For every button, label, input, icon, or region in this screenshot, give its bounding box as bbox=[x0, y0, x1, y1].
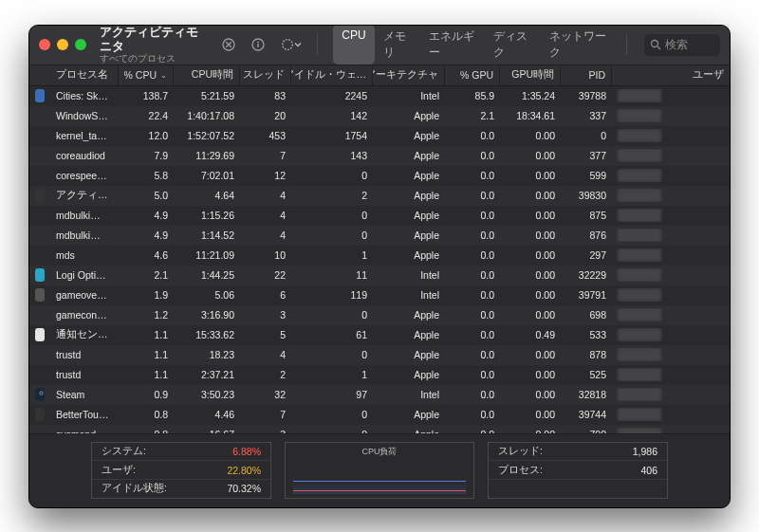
threads: 4 bbox=[240, 190, 291, 201]
user bbox=[612, 189, 730, 202]
threads: 20 bbox=[240, 110, 291, 121]
threads: 3 bbox=[240, 309, 291, 321]
table-row[interactable]: trustd1.118.2340Apple0.00.00878 bbox=[29, 345, 730, 365]
table-row[interactable]: mdbulki…4.91:14.5240Apple0.00.00876 bbox=[29, 226, 730, 246]
tab-network[interactable]: ネットワーク bbox=[541, 25, 615, 64]
gpu-percent: 0.0 bbox=[445, 369, 500, 380]
table-row[interactable]: Logi Opti…2.11:44.252211Intel0.00.003222… bbox=[29, 266, 730, 285]
gpu-time: 0.00 bbox=[500, 229, 561, 241]
table-row[interactable]: BetterTou…0.84.4670Apple0.00.0039744 bbox=[29, 405, 730, 425]
table-row[interactable]: gameove…1.95.066119Intel0.00.0039791 bbox=[29, 285, 730, 305]
table-row[interactable]: sysmond0.816.6730Apple0.00.00790 bbox=[29, 425, 730, 433]
tab-energy[interactable]: エネルギー bbox=[420, 25, 485, 64]
pid: 32229 bbox=[561, 269, 612, 281]
process-name: mdbulki… bbox=[50, 229, 119, 241]
architecture: Apple bbox=[373, 130, 445, 141]
gpu-time: 0.00 bbox=[500, 369, 561, 380]
stat-label: プロセス: bbox=[498, 464, 601, 477]
table-row[interactable]: kernel_ta…12.01:52:07.524531754Apple0.00… bbox=[29, 126, 730, 146]
svg-point-6 bbox=[283, 40, 293, 50]
architecture: Apple bbox=[373, 249, 445, 261]
cpu-load-graph-panel: CPU負荷 bbox=[285, 442, 474, 499]
column-process-name[interactable]: プロセス名 bbox=[50, 65, 119, 85]
pid: 39744 bbox=[561, 409, 612, 420]
pid: 875 bbox=[561, 210, 612, 221]
cpu-percent: 5.0 bbox=[119, 190, 174, 201]
column-user[interactable]: ユーザ bbox=[612, 65, 730, 85]
table-row[interactable]: gamecon…1.23:16.9030Apple0.00.00698 bbox=[29, 305, 730, 325]
process-icon bbox=[29, 328, 50, 341]
cpu-time: 5.06 bbox=[174, 289, 240, 301]
idle-wakeups: 1 bbox=[291, 369, 373, 380]
column-gpu-time[interactable]: GPU時間 bbox=[500, 65, 561, 85]
gpu-percent: 85.9 bbox=[445, 90, 500, 101]
threads: 10 bbox=[240, 249, 291, 261]
table-row[interactable]: WindowS…22.41:40:17.0820142Apple2.118:34… bbox=[29, 106, 730, 126]
cpu-percent: 4.9 bbox=[119, 210, 174, 221]
process-name: mds bbox=[50, 249, 119, 261]
table-row[interactable]: coreaudiod7.911:29.697143Apple0.00.00377 bbox=[29, 146, 730, 166]
stat-label: システム: bbox=[102, 445, 204, 458]
cpu-percent: 7.9 bbox=[119, 150, 174, 161]
column-gpu[interactable]: % GPU bbox=[445, 65, 500, 85]
cpu-time: 4.64 bbox=[174, 190, 240, 201]
column-icon[interactable] bbox=[29, 65, 50, 85]
user bbox=[612, 408, 730, 421]
options-menu-button[interactable] bbox=[277, 33, 305, 56]
gpu-percent: 0.0 bbox=[445, 349, 500, 360]
cpu-time: 1:14.52 bbox=[174, 229, 240, 241]
tab-memory[interactable]: メモリ bbox=[375, 25, 420, 64]
cpu-percent: 1.9 bbox=[119, 289, 174, 301]
table-row[interactable]: mds4.611:21.09101Apple0.00.00297 bbox=[29, 246, 730, 266]
table-row[interactable]: trustd1.12:37.2121Apple0.00.00525 bbox=[29, 365, 730, 385]
process-icon bbox=[29, 268, 50, 282]
pid: 337 bbox=[561, 110, 612, 121]
user bbox=[612, 348, 730, 361]
gpu-time: 0.00 bbox=[500, 210, 561, 221]
process-name: WindowS… bbox=[50, 110, 119, 121]
column-architecture[interactable]: アーキテクチャ bbox=[373, 65, 445, 85]
process-name: trustd bbox=[50, 349, 119, 360]
table-row[interactable]: Steam0.93:50.233297Intel0.00.0032818 bbox=[29, 385, 730, 405]
process-icon bbox=[29, 189, 50, 202]
idle-wakeups: 0 bbox=[291, 210, 373, 221]
process-name: mdbulki… bbox=[50, 210, 119, 221]
activity-monitor-window: アクティビティモニタ すべてのプロセス CPUメモリエネルギーディスクネットワー… bbox=[28, 25, 731, 508]
minimize-window-button[interactable] bbox=[57, 39, 68, 50]
cpu-time: 4.46 bbox=[174, 409, 240, 420]
stat-row: ユーザ:22.80% bbox=[92, 461, 270, 479]
threads: 22 bbox=[240, 269, 291, 281]
close-window-button[interactable] bbox=[39, 39, 50, 50]
cpu-time: 7:02.01 bbox=[174, 170, 240, 181]
tab-cpu[interactable]: CPU bbox=[333, 25, 374, 64]
gpu-percent: 0.0 bbox=[445, 309, 500, 321]
table-row[interactable]: corespee…5.87:02.01120Apple0.00.00599 bbox=[29, 166, 730, 186]
stop-process-button[interactable] bbox=[217, 33, 239, 56]
stat-label: ユーザ: bbox=[102, 464, 204, 477]
column-idle-wakeups[interactable]: アイドル・ウェ… bbox=[291, 65, 373, 85]
cpu-time: 1:15.26 bbox=[174, 210, 240, 221]
gpu-time: 0.00 bbox=[500, 309, 561, 321]
zoom-window-button[interactable] bbox=[75, 39, 86, 50]
info-button[interactable] bbox=[248, 33, 269, 56]
table-row[interactable]: 通知セン…1.115:33.62561Apple0.00.49533 bbox=[29, 325, 730, 345]
column-cpu[interactable]: % CPU⌄ bbox=[119, 65, 174, 85]
svg-line-8 bbox=[657, 46, 660, 49]
stat-value: 70.32% bbox=[204, 483, 261, 494]
column-cpu-time[interactable]: CPU時間 bbox=[174, 65, 240, 85]
user bbox=[612, 328, 730, 341]
column-pid[interactable]: PID bbox=[561, 65, 612, 85]
column-threads[interactable]: スレッド bbox=[240, 65, 291, 85]
gpu-time: 0.00 bbox=[500, 349, 561, 360]
process-table[interactable]: Cities: Sk…138.75:21.59832245Intel85.91:… bbox=[29, 86, 730, 433]
cpu-time: 11:21.09 bbox=[174, 249, 240, 261]
user bbox=[612, 229, 730, 242]
cpu-percent: 0.8 bbox=[119, 409, 174, 420]
tab-disk[interactable]: ディスク bbox=[485, 25, 540, 64]
table-row[interactable]: mdbulki…4.91:15.2640Apple0.00.00875 bbox=[29, 206, 730, 226]
table-row[interactable]: Cities: Sk…138.75:21.59832245Intel85.91:… bbox=[29, 86, 730, 106]
process-icon bbox=[29, 288, 50, 302]
table-row[interactable]: アクティ…5.04.6442Apple0.00.0039830 bbox=[29, 186, 730, 206]
search-field[interactable]: 検索 bbox=[644, 34, 720, 56]
idle-wakeups: 2245 bbox=[291, 90, 373, 101]
